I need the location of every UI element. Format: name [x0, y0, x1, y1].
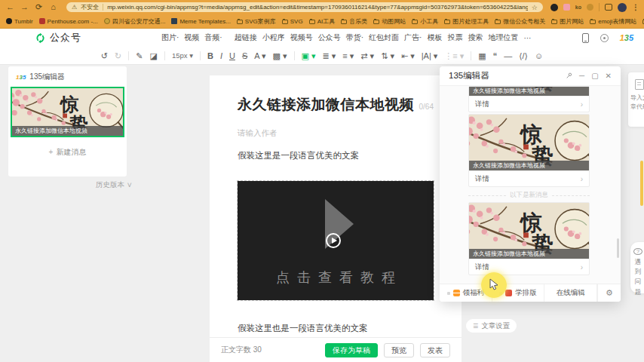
bookmark-item[interactable]: 图片网站 — [551, 17, 584, 26]
insert-menu-item[interactable]: 投票 — [447, 32, 462, 43]
body-paragraph[interactable]: 假装这里是一段语言优美的文案 — [238, 150, 434, 161]
panel-settings-button[interactable]: ⚙ — [597, 284, 621, 302]
underline-button[interactable]: U — [229, 48, 235, 64]
video-placeholder[interactable]: 点击查看教程 — [238, 181, 434, 300]
author-input[interactable]: 请输入作者 — [238, 128, 434, 139]
insert-menu-item[interactable]: 视频号 — [290, 32, 313, 43]
bold-button[interactable]: B — [207, 48, 213, 64]
page-scrollbar-thumb[interactable] — [640, 161, 643, 206]
help-problem-tab[interactable]: ? 遇到问题 — [630, 242, 644, 293]
clear-format-icon[interactable]: ◪ — [150, 48, 158, 64]
preview-button[interactable]: 预览 — [384, 343, 414, 357]
bookmark-item[interactable]: SVG案例库 — [237, 17, 276, 26]
insert-menu-item[interactable]: ··· — [523, 34, 531, 42]
align-center-button[interactable]: ≡ ▾ — [342, 48, 354, 64]
extension-icon[interactable] — [563, 4, 570, 11]
bookmark-item[interactable]: 动图网站 — [373, 17, 406, 26]
online-edit-button[interactable]: 在线编辑 — [544, 284, 597, 302]
article-settings-button[interactable]: ☰ 文章设置 — [466, 319, 517, 333]
bookmark-item[interactable]: Tumblr — [6, 18, 33, 25]
editor-135-logo[interactable]: 135 — [620, 33, 633, 42]
insert-menu-item[interactable]: 带货· — [346, 32, 363, 43]
panel-header[interactable]: 135编辑器 ─ ▢ ✕ — [440, 66, 621, 86]
history-versions-link[interactable]: 历史版本 ∨ — [96, 180, 133, 190]
message-card[interactable]: 永久链接添加微信本地视频 详情 › — [468, 202, 590, 275]
align-left-button[interactable]: ≣ ▾ — [323, 48, 336, 64]
insert-menu-item[interactable]: 红包封面 — [369, 32, 399, 43]
insert-menu-item[interactable]: 广告· — [404, 32, 422, 43]
forward-icon[interactable]: → — [19, 0, 30, 14]
extension-icon[interactable]: ko — [575, 5, 581, 10]
bookmark-item[interactable]: AI工具 — [309, 17, 336, 26]
reload-icon[interactable]: ⟳ — [33, 0, 44, 14]
undo-icon[interactable]: ↺ — [101, 48, 108, 64]
insert-menu-item[interactable]: 搜索 — [468, 32, 483, 43]
insert-menu-item[interactable]: 公众号 — [318, 32, 341, 43]
bookmark-item[interactable]: 音乐类 — [341, 17, 367, 26]
extension-icon[interactable] — [550, 4, 558, 11]
bookmark-item[interactable]: 小工具 — [412, 17, 438, 26]
address-bar[interactable]: ⚠ 不安全 mp.weixin.qq.com/cgi-bin/appmsg?t=… — [66, 2, 543, 12]
message-detail-row[interactable]: 详情 › — [469, 259, 589, 275]
bookmark-item[interactable]: 四川省公安厅交通... — [104, 17, 166, 26]
bookmark-item[interactable]: emoji表情网站 — [590, 17, 636, 26]
format-painter-icon[interactable]: ✎ — [136, 48, 143, 64]
message-card[interactable]: 永久链接添加微信本地视频 详情 › — [468, 86, 590, 112]
message-detail-row[interactable]: 详情 › — [469, 170, 589, 186]
back-icon[interactable]: ← — [5, 0, 16, 14]
new-message-button[interactable]: +新建消息 — [8, 147, 127, 158]
message-thumbnail-selected[interactable]: 永久链接添加微信本地视频 — [11, 87, 124, 137]
line-height-button[interactable]: ⇅ ▾ — [381, 48, 394, 64]
panel-scrollbar-thumb[interactable] — [617, 238, 619, 258]
list-button[interactable]: ⋮≡ ▾ — [444, 48, 464, 64]
font-size-select[interactable]: 15px ▾ — [172, 48, 193, 64]
close-icon[interactable]: ✕ — [606, 72, 612, 80]
bookmark-item[interactable]: 图片处理工具 — [444, 17, 489, 26]
video-play-button-icon[interactable] — [326, 233, 341, 248]
extensions-puzzle-icon[interactable] — [587, 4, 593, 11]
align-right-button[interactable]: ⇄ ▾ — [360, 48, 374, 64]
bookmark-star-icon[interactable]: ☆ — [532, 4, 538, 11]
bookmark-item[interactable]: 微信公众号相关 — [495, 17, 545, 26]
emoji-button[interactable]: ☺ — [535, 48, 543, 64]
minimize-icon[interactable]: ─ — [579, 72, 584, 80]
highlight-color-button[interactable]: ▩ ▾ — [273, 48, 287, 64]
strikethrough-button[interactable]: S — [242, 48, 247, 64]
maximize-icon[interactable]: ▢ — [591, 72, 598, 80]
bookmark-item[interactable]: SVG — [282, 18, 303, 25]
table-button[interactable]: ▦ — [478, 48, 486, 64]
browser-menu-icon[interactable]: ⋮ — [632, 3, 639, 11]
bookmark-item[interactable]: Penthouse.com -... — [39, 18, 98, 25]
help-target-icon[interactable] — [600, 34, 609, 42]
insert-menu-item[interactable]: 模板 — [427, 32, 442, 43]
insert-menu-item[interactable]: 超链接 — [235, 32, 257, 43]
style-template-button[interactable]: ▣ ▾ — [302, 48, 316, 64]
message-detail-row[interactable]: 详情 › — [469, 96, 589, 112]
import-article-code-tab[interactable]: 导入文章代码 — [628, 72, 644, 127]
profile-avatar[interactable] — [618, 3, 627, 12]
body-paragraph[interactable]: 假装这里也是一段语言优美的文案 — [238, 323, 434, 334]
insert-menu-item[interactable]: 音频· — [204, 32, 222, 43]
code-button[interactable]: ⟨/⟩ — [519, 48, 528, 64]
tab-panel-icon[interactable] — [605, 4, 612, 11]
home-icon[interactable]: ⌂ — [48, 0, 59, 14]
italic-button[interactable]: I — [220, 48, 222, 64]
indent-button[interactable]: ⇤ ▾ — [401, 48, 415, 64]
letter-spacing-button[interactable]: |A| ▾ — [422, 48, 438, 64]
font-color-button[interactable]: A ▾ — [254, 48, 265, 64]
article-title-input[interactable]: 永久链接添加微信本地视频 — [238, 95, 414, 115]
insert-menu-item[interactable]: 小程序 — [262, 32, 285, 43]
insert-menu-item[interactable]: 图片· — [161, 32, 179, 43]
pin-icon[interactable] — [566, 72, 572, 79]
publish-button[interactable]: 发表 — [420, 343, 450, 357]
message-card[interactable]: 永久链接添加微信本地视频 详情 › — [468, 114, 590, 187]
blockquote-button[interactable]: “ — [493, 48, 498, 64]
url-text[interactable]: mp.weixin.qq.com/cgi-bin/appmsg?t=media/… — [107, 4, 528, 11]
save-draft-button[interactable]: 保存为草稿 — [325, 343, 378, 357]
redo-icon[interactable]: ↻ — [115, 48, 121, 64]
mobile-preview-icon[interactable] — [582, 33, 589, 43]
insert-menu-item[interactable]: 地理位置 — [488, 32, 518, 43]
horizontal-rule-button[interactable]: — — [504, 48, 512, 64]
insert-menu-item[interactable]: 视频 — [184, 32, 199, 43]
bookmark-item[interactable]: Meme Templates... — [171, 18, 230, 25]
